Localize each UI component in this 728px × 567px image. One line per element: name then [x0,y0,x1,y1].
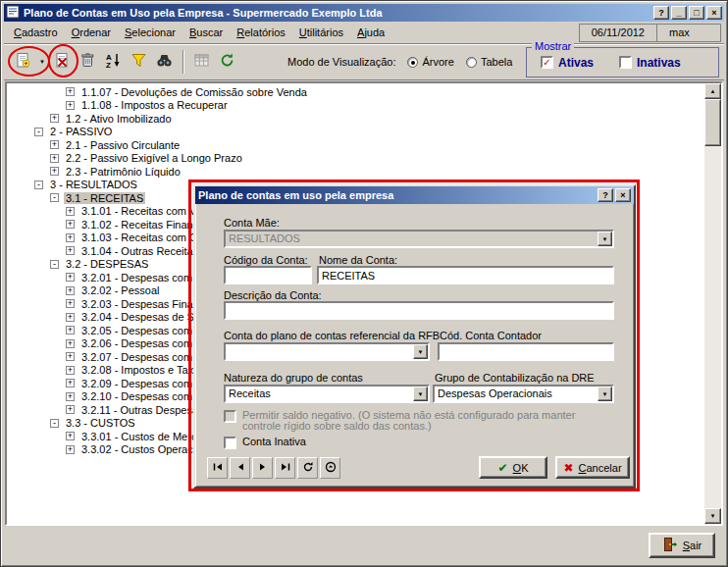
tree-toggle[interactable]: + [66,299,75,308]
tree-toggle[interactable]: + [66,246,75,255]
tree-item[interactable]: +1.1.08 - Impostos a Recuperar [7,99,704,113]
view-option-arvore[interactable]: Árvore [407,56,453,68]
minimize-button[interactable]: _ [671,6,687,20]
descricao-conta-input[interactable] [224,301,614,320]
tree-toggle[interactable]: + [66,392,75,401]
tree-toggle[interactable]: + [66,207,75,216]
refresh-icon [219,52,235,72]
tree-toggle[interactable]: + [66,286,75,295]
tree-toggle[interactable]: + [66,220,75,229]
commit-record-button[interactable] [320,457,340,479]
refresh-record-button[interactable] [297,457,318,479]
view-option-tabela[interactable]: Tabela [466,56,512,68]
tree-toggle[interactable]: - [50,193,59,202]
tree-toggle[interactable]: + [66,233,75,242]
natureza-grupo-label: Natureza do grupo de contas [224,372,363,384]
tree-toggle[interactable]: + [66,379,75,387]
tree-toggle[interactable]: + [66,366,75,375]
tree-item[interactable]: +2.3 - Patrimônio Líquido [7,165,704,179]
cod-conta-contador-input[interactable] [438,342,614,361]
first-record-button[interactable] [207,457,228,479]
show-option-inativas[interactable]: Inativas [619,56,681,70]
help-button[interactable]: ? [653,6,669,20]
sair-button[interactable]: Sair [649,533,715,558]
tree-toggle[interactable]: + [50,114,59,123]
toolbar: ▼AZ Modo de Visualização: ÁrvoreTabela M… [4,44,724,80]
tree-toggle[interactable]: - [50,260,59,269]
codigo-conta-input[interactable] [224,266,312,284]
checkbox-icon[interactable] [224,437,236,449]
show-option-ativas[interactable]: ✓Ativas [541,56,594,70]
tree-toggle[interactable]: + [66,273,75,282]
tree-item-label: 1.2 - Ativo Imobilizado [64,113,174,125]
dropdown-arrow-icon[interactable]: ▼ [598,387,612,401]
new-record-button[interactable] [11,50,35,75]
tree-toggle[interactable]: + [66,432,75,440]
tree-item-label: 3.3 - CUSTOS [64,417,137,429]
refresh-button[interactable] [215,50,239,75]
tree-toggle[interactable]: + [50,140,59,149]
dropdown-arrow-icon[interactable]: ▼ [413,344,428,359]
tree-item[interactable]: +2.1 - Passivo Circulante [7,138,704,152]
menu-item-ajuda[interactable]: Ajuda [350,23,391,42]
checkbox-icon[interactable]: ✓ [541,56,553,69]
scrollbar-up-button[interactable]: ▲ [704,83,721,99]
dropdown-arrow-icon[interactable]: ▼ [413,387,428,401]
scrollbar-thumb[interactable] [704,99,721,146]
menu-item-selecionar[interactable]: Selecionar [118,23,182,42]
app-window: Plano de Contas em Uso pela Empresa - Su… [0,0,728,567]
tree-toggle[interactable]: + [66,101,75,110]
dialog-close-button[interactable]: × [615,188,631,202]
tree-item[interactable]: +1.2 - Ativo Imobilizado [7,112,704,126]
menu-item-relatorios[interactable]: Relatórios [230,23,292,42]
vertical-scrollbar[interactable]: ▲ ▼ [704,83,721,524]
toolbar-separator [182,50,184,74]
tree-item[interactable]: +1.1.07 - Devoluções de Comissão sobre V… [7,85,704,99]
cancel-record-icon [54,52,71,72]
tree-toggle[interactable]: + [66,87,75,96]
last-record-button[interactable] [275,457,295,479]
menu-item-buscar[interactable]: Buscar [182,23,230,42]
scrollbar-down-button[interactable]: ▼ [704,508,721,524]
dialog-help-button[interactable]: ? [598,188,613,202]
tree-toggle[interactable]: - [34,128,43,136]
tree-toggle[interactable]: + [66,352,75,361]
maximize-button[interactable]: □ [689,6,704,20]
filter-button[interactable] [127,50,151,75]
menu-item-cadastro[interactable]: Cadastro [7,23,65,42]
check-icon: ✔ [498,461,508,475]
sort-button[interactable]: AZ [101,50,126,75]
next-record-button[interactable] [252,457,273,479]
conta-inativa-checkbox[interactable]: Conta Inativa [224,437,306,449]
tree-toggle[interactable]: - [50,419,59,428]
tree-item[interactable]: -2 - PASSIVO [7,126,704,139]
tree-toggle[interactable]: + [50,154,59,163]
menu-item-ordenar[interactable]: Ordenar [65,23,118,42]
tree-toggle[interactable]: + [66,339,75,348]
cancelar-button[interactable]: ✖ Cancelar [555,456,630,479]
tree-toggle[interactable]: + [66,445,75,454]
close-button[interactable]: × [706,6,722,20]
view-mode-label: Modo de Visualização: [287,56,395,68]
tree-toggle[interactable]: + [66,313,75,322]
delete-record-button[interactable] [76,50,100,75]
checkbox-icon[interactable] [619,56,632,69]
tree-item-label: 3.2.11 - Outras Despesas [79,404,206,416]
tree-toggle[interactable]: + [50,167,59,176]
tree-toggle[interactable]: + [66,326,75,335]
tree-item-label: 2.1 - Passivo Circulante [64,139,182,151]
nome-conta-input[interactable] [317,266,614,284]
natureza-grupo-combobox[interactable]: Receitas ▼ [224,385,430,403]
tree-item-label: 3.2.07 - Despesas com F [79,351,204,363]
tree-item[interactable]: +2.2 - Passivo Exigível a Longo Prazo [7,152,704,166]
rfb-conta-combobox[interactable]: ▼ [224,342,430,361]
cancel-record-button[interactable] [50,50,75,75]
ok-button[interactable]: ✔ OK [479,456,547,479]
tree-toggle[interactable]: - [34,180,43,189]
new-record-dropdown-button[interactable]: ▼ [36,50,48,75]
prior-record-button[interactable] [230,457,250,479]
search-button[interactable] [152,50,177,75]
menu-item-utilitarios[interactable]: Utilitários [292,23,350,42]
tree-toggle[interactable]: + [66,405,75,414]
grupo-dre-combobox[interactable]: Despesas Operacionais ▼ [433,385,614,403]
